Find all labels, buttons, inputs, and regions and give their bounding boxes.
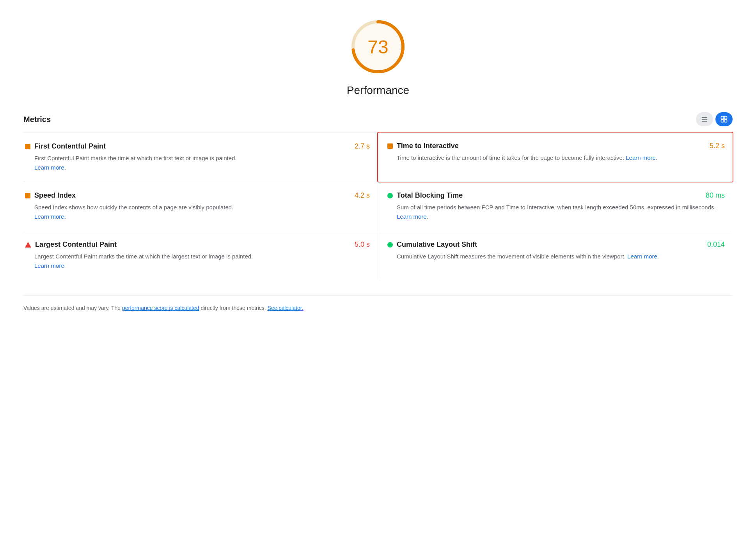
metric-fcp-learn-more[interactable]: Learn more [34,164,64,171]
metric-cls: Cumulative Layout Shift 0.014 Cumulative… [378,231,733,280]
metric-fcp-desc: First Contentful Paint marks the time at… [34,154,370,172]
circle-green-icon-cls [387,242,393,248]
metric-si-learn-more[interactable]: Learn more [34,213,64,220]
score-circle: 73 [347,16,409,78]
metric-cls-desc: Cumulative Layout Shift measures the mov… [397,252,725,261]
metric-tti-value: 5.2 s [710,142,725,150]
svg-rect-9 [724,120,727,122]
metric-cls-learn-more[interactable]: Learn more [627,253,657,260]
metric-fcp: First Contentful Paint 2.7 s First Conte… [23,133,378,182]
metrics-header: Metrics [23,112,733,126]
metric-tbt-desc: Sum of all time periods between FCP and … [397,203,725,221]
metric-si-value: 4.2 s [355,191,370,200]
square-orange-icon [25,144,30,149]
metric-fcp-value: 2.7 s [355,142,370,150]
metric-lcp-learn-more[interactable]: Learn more [34,262,64,269]
see-calculator-link[interactable]: See calculator. [268,305,303,311]
metric-lcp-header: Largest Contentful Paint 5.0 s [25,241,370,249]
metric-si-desc: Speed Index shows how quickly the conten… [34,203,370,221]
performance-label: Performance [347,84,409,97]
metric-tti-desc: Time to interactive is the amount of tim… [397,153,725,163]
triangle-red-icon-lcp [25,242,31,248]
metric-si: Speed Index 4.2 s Speed Index shows how … [23,182,378,231]
detail-view-toggle[interactable] [715,112,733,126]
svg-rect-7 [724,117,727,119]
metric-cls-name: Cumulative Layout Shift [397,241,477,249]
square-orange-icon-si [25,193,30,198]
metric-tbt-name: Total Blocking Time [397,191,463,200]
metric-lcp-desc: Largest Contentful Paint marks the time … [34,252,370,271]
metrics-section: Metrics [23,112,733,280]
score-value: 73 [367,36,388,58]
metric-tbt: Total Blocking Time 80 ms Sum of all tim… [378,182,733,231]
metric-cls-value: 0.014 [707,241,725,249]
metric-fcp-name: First Contentful Paint [34,142,106,150]
footer-text-before: Values are estimated and may vary. The [23,305,122,311]
footer-note: Values are estimated and may vary. The p… [23,295,733,312]
svg-rect-6 [721,117,724,119]
metric-lcp-value: 5.0 s [355,241,370,249]
metric-tbt-value: 80 ms [706,191,725,200]
square-orange-icon-tti [387,143,393,149]
metric-tti: Time to Interactive 5.2 s Time to intera… [377,132,733,182]
metric-lcp-name: Largest Contentful Paint [35,241,117,249]
metrics-title: Metrics [23,115,51,124]
metric-tbt-learn-more[interactable]: Learn more [397,213,427,220]
svg-rect-8 [721,120,724,122]
metric-lcp: Largest Contentful Paint 5.0 s Largest C… [23,231,378,280]
metric-cls-header: Cumulative Layout Shift 0.014 [387,241,725,249]
footer-text-middle: directly from these metrics. [199,305,268,311]
metric-tbt-header: Total Blocking Time 80 ms [387,191,725,200]
metric-tti-learn-more[interactable]: Learn more [626,154,656,161]
metric-si-name: Speed Index [34,191,76,200]
performance-score-link[interactable]: performance score is calculated [122,305,199,311]
score-section: 73 Performance [23,16,733,97]
metric-fcp-header: First Contentful Paint 2.7 s [25,142,370,150]
circle-green-icon-tbt [387,193,393,198]
metric-tti-name: Time to Interactive [397,142,459,150]
metric-si-header: Speed Index 4.2 s [25,191,370,200]
metrics-grid: First Contentful Paint 2.7 s First Conte… [23,133,733,280]
list-view-toggle[interactable] [696,112,713,126]
metric-tti-header: Time to Interactive 5.2 s [387,142,725,150]
view-toggles [696,112,733,126]
